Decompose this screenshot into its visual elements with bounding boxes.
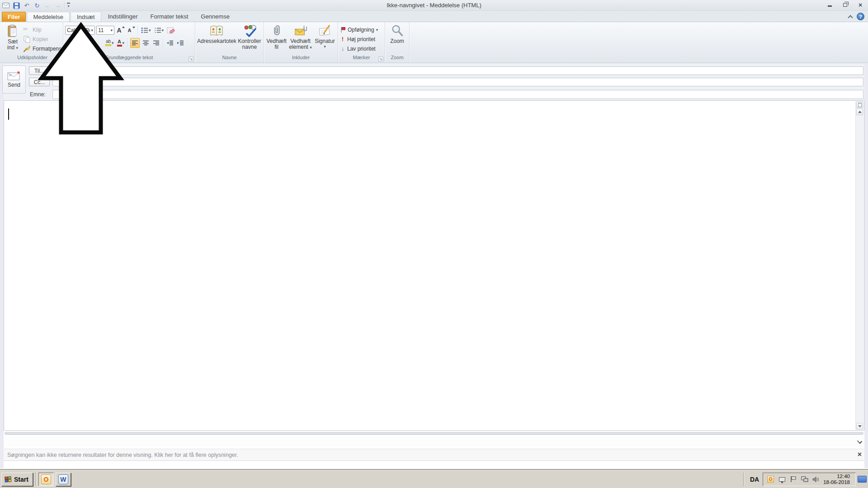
ribbon-right-controls: ? [849, 13, 864, 20]
tab-indstillinger[interactable]: Indstillinger [102, 12, 144, 22]
attach-file-label: Vedhæft fil [266, 38, 287, 50]
message-body[interactable] [4, 100, 864, 431]
font-size-value: 11 [98, 27, 109, 33]
tray-outlook-icon[interactable]: O [767, 475, 774, 483]
ruler-toggle-button[interactable] [856, 101, 863, 108]
paste-button[interactable]: Sæt ind ▾ [4, 23, 22, 53]
format-painter-icon [23, 45, 31, 52]
ribbon-separator [127, 38, 128, 47]
highlight-color-bar [105, 44, 111, 46]
send-button[interactable]: Send [2, 66, 26, 94]
basic-text-dialog-launcher-icon[interactable]: ↘ [189, 56, 193, 61]
vertical-scrollbar[interactable] [855, 101, 863, 430]
names-group-label: Navne [195, 55, 264, 62]
chevron-down-icon: ▾ [16, 46, 18, 50]
align-left-button[interactable] [130, 38, 140, 48]
tray-display-icon[interactable] [778, 475, 786, 483]
signature-button[interactable]: Signatur ▾ [314, 23, 336, 53]
highlight-color-button[interactable]: ab ▾ [104, 38, 115, 48]
cc-button[interactable]: Cc... [29, 78, 50, 86]
subject-label: Emne: [30, 91, 46, 98]
bullets-button[interactable]: ▾ [140, 25, 152, 35]
windows-logo-icon [5, 476, 12, 483]
align-left-icon [132, 40, 138, 46]
scroll-down-button[interactable] [856, 423, 863, 430]
tags-dialog-launcher-icon[interactable]: ↘ [378, 56, 383, 61]
tab-formater-tekst[interactable]: Formater tekst [144, 12, 194, 22]
decrease-indent-button[interactable] [165, 38, 175, 48]
to-field[interactable] [52, 66, 863, 75]
restore-button[interactable] [840, 1, 850, 8]
copy-button[interactable]: Kopier [22, 35, 67, 44]
outlook-message-window: ↶ ↻ ← → ▾ Ikke-navngivet - Meddelelse (H… [0, 0, 868, 488]
grow-font-arrow-icon [122, 26, 125, 28]
font-size-combo[interactable]: 11 ▾ [96, 26, 114, 35]
tray-network-icon[interactable] [801, 475, 808, 483]
to-button[interactable]: Til... [29, 66, 50, 75]
paste-icon [6, 24, 19, 38]
language-indicator[interactable]: DA [746, 476, 763, 483]
scroll-up-icon [858, 111, 862, 113]
chevron-down-icon: ▾ [324, 44, 326, 49]
pane-splitter[interactable] [5, 432, 863, 435]
font-color-button[interactable]: A ▾ [116, 38, 126, 48]
follow-up-button[interactable]: Opfølgning ▾ [340, 25, 378, 34]
chevron-down-icon[interactable] [857, 439, 862, 444]
clipboard-dialog-launcher-icon[interactable]: ↘ [57, 56, 61, 61]
collapse-ribbon-icon[interactable] [848, 15, 853, 20]
info-bar-message[interactable]: Søgningen kan ikke returnere resultater … [7, 452, 238, 458]
taskbar-clock[interactable]: 12:40 18-06-2018 [823, 474, 852, 485]
numbering-button[interactable]: ▾ [153, 25, 165, 35]
network-icon [801, 476, 808, 483]
help-icon[interactable]: ? [857, 13, 864, 20]
subject-field[interactable] [52, 90, 863, 99]
address-book-label: Adressekartotek [197, 38, 236, 44]
include-group-label: Inkluder [264, 55, 338, 62]
tab-filer[interactable]: Filer [2, 12, 26, 22]
format-painter-button[interactable]: Formatpensel [22, 44, 67, 53]
tab-gennemse[interactable]: Gennemse [195, 12, 236, 22]
grow-font-button[interactable]: A [116, 25, 125, 35]
cut-label: Klip [33, 27, 42, 33]
tab-indsaet[interactable]: Indsæt [71, 12, 101, 22]
minimize-icon [828, 5, 832, 7]
outlook-icon: O [41, 474, 51, 484]
names-content: Adressekartotek Kontroller navne [195, 23, 264, 53]
high-priority-button[interactable]: ! Høj prioritet [340, 34, 378, 44]
shrink-font-button[interactable]: A [126, 25, 135, 35]
clear-formatting-button[interactable] [166, 25, 176, 35]
start-button[interactable]: Start [1, 473, 33, 486]
low-priority-button[interactable]: ↓ Lav prioritet [340, 44, 378, 53]
taskbar-word-button[interactable]: W [56, 473, 71, 486]
window-border-right [864, 64, 868, 468]
tab-meddelelse[interactable]: Meddelelse [27, 12, 70, 22]
close-button[interactable]: × [855, 1, 865, 8]
ribbon-group-zoom: Zoom Zoom [385, 22, 410, 63]
info-bar-close-icon[interactable]: × [858, 450, 862, 459]
minimize-button[interactable] [825, 1, 835, 8]
taskbar: Start O W DA O [0, 470, 868, 488]
zoom-button[interactable]: Zoom [387, 23, 407, 53]
tray-volume-icon[interactable] [812, 475, 820, 483]
show-desktop-icon[interactable] [858, 476, 867, 483]
font-name-combo[interactable]: Calibri (Br ▾ [65, 26, 95, 35]
attach-item-button[interactable]: Vedhæft element ▾ [288, 23, 312, 53]
ribbon-group-basic-text: Calibri (Br ▾ 11 ▾ A A [63, 22, 195, 63]
cc-field[interactable] [52, 78, 863, 86]
cut-button[interactable]: ✂ Klip [22, 25, 67, 34]
taskbar-outlook-button[interactable]: O [38, 473, 54, 486]
attach-file-button[interactable]: Vedhæft fil [266, 23, 287, 53]
check-names-button[interactable]: Kontroller navne [237, 23, 262, 53]
grow-font-letter: A [117, 27, 121, 34]
align-center-button[interactable] [141, 38, 150, 48]
address-book-button[interactable]: Adressekartotek [197, 23, 236, 53]
clock-date: 18-06-2018 [823, 479, 850, 485]
increase-indent-button[interactable] [176, 38, 185, 48]
low-priority-icon: ↓ [340, 45, 345, 52]
scroll-up-button[interactable] [856, 108, 863, 115]
info-bar: Søgningen kan ikke returnere resultater … [4, 449, 864, 461]
clear-formatting-icon [167, 27, 175, 34]
tray-action-center-icon[interactable] [789, 475, 797, 483]
tags-commands: Opfølgning ▾ ! Høj prioritet ↓ Lav prior… [340, 23, 378, 53]
align-right-button[interactable] [151, 38, 160, 48]
